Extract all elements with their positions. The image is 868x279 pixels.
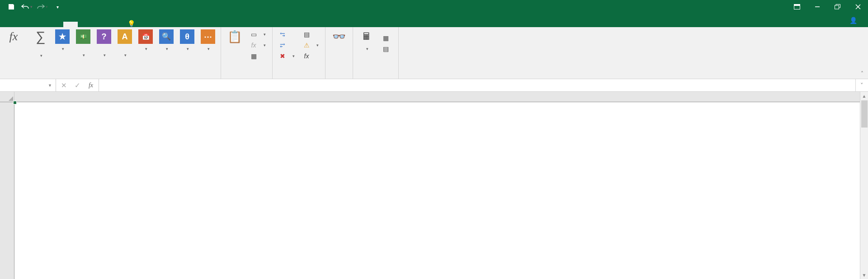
lookup-icon: 🔍	[159, 29, 174, 44]
financial-icon: 💵	[76, 29, 90, 44]
select-all-corner[interactable]	[0, 92, 14, 102]
remove-arrows-icon: ✖	[279, 52, 286, 60]
lookup-reference-button[interactable]: 🔍▾	[156, 28, 176, 52]
logical-icon: ?	[97, 29, 111, 44]
define-name-button[interactable]: ▭▾	[246, 29, 269, 39]
tell-me-search[interactable]: 💡	[121, 20, 138, 27]
ribbon-display-options-icon[interactable]	[787, 0, 807, 14]
more-functions-icon: ⋯	[201, 29, 215, 44]
tab-home[interactable]	[20, 22, 34, 27]
calculation-options-icon: 🖩	[359, 29, 374, 44]
quick-access-toolbar: ▾ ▾ ▾	[0, 0, 64, 13]
collapse-ribbon-icon[interactable]: ˄	[861, 71, 863, 77]
formula-bar: ▼ ✕ ✓ fx ˅	[0, 79, 868, 92]
show-formulas-icon: ▤	[303, 31, 310, 38]
error-checking-icon: ⚠	[303, 42, 310, 49]
date-time-button[interactable]: 📅▾	[136, 28, 156, 52]
qat-customize-icon[interactable]: ▾	[51, 0, 64, 13]
share-icon: 👤	[849, 17, 857, 24]
share-button[interactable]: 👤	[841, 14, 868, 27]
window-controls	[787, 0, 868, 14]
autosum-button[interactable]: ∑▾	[30, 28, 52, 59]
selection-indicator	[14, 102, 16, 104]
vertical-scrollbar[interactable]: ▲ ▼	[860, 92, 868, 279]
save-icon[interactable]	[5, 0, 18, 13]
name-box-dropdown-icon[interactable]: ▼	[48, 83, 52, 88]
logical-button[interactable]: ?▾	[94, 28, 114, 58]
expand-formula-bar-icon[interactable]: ˅	[855, 79, 868, 91]
ribbon-tabs: 💡 👤	[0, 14, 868, 27]
create-from-selection-icon: ▦	[250, 52, 257, 60]
undo-icon[interactable]: ▾	[20, 0, 33, 13]
calculate-now-button[interactable]: ▦	[378, 33, 396, 43]
formula-input[interactable]	[99, 79, 855, 91]
trace-dependents-button[interactable]: ⥂	[275, 40, 298, 50]
row-headers[interactable]	[0, 102, 14, 279]
spreadsheet-grid: ▲ ▼	[0, 92, 868, 279]
tab-page-layout[interactable]	[49, 22, 63, 27]
define-name-icon: ▭	[250, 31, 257, 38]
restore-icon[interactable]	[827, 0, 848, 14]
sigma-icon: ∑	[33, 29, 48, 44]
tab-review[interactable]	[92, 22, 107, 27]
show-formulas-button[interactable]: ▤	[299, 29, 322, 39]
text-button[interactable]: A▾	[115, 28, 135, 58]
date-time-icon: 📅	[138, 29, 153, 44]
calculate-now-icon: ▦	[382, 34, 389, 42]
title-bar: ▾ ▾ ▾	[0, 0, 868, 14]
close-icon[interactable]	[848, 0, 868, 14]
group-calculation-label	[356, 78, 396, 79]
watch-window-button[interactable]: 👓	[328, 28, 350, 46]
cancel-formula-icon[interactable]: ✕	[57, 80, 71, 91]
fx-icon: fx	[6, 29, 21, 44]
minimize-icon[interactable]	[807, 0, 827, 14]
autosum-label: ▾	[39, 46, 42, 59]
create-from-selection-button[interactable]: ▦	[246, 51, 269, 61]
name-manager-icon: 📋	[227, 29, 242, 44]
svg-rect-1	[794, 5, 800, 6]
scroll-up-icon[interactable]: ▲	[860, 92, 868, 100]
star-icon: ★	[55, 29, 70, 44]
trace-precedents-button[interactable]: ⥃	[275, 29, 298, 39]
redo-icon[interactable]: ▾	[35, 0, 49, 13]
insert-function-fx-icon[interactable]: fx	[84, 80, 98, 91]
scroll-down-icon[interactable]: ▼	[860, 271, 868, 279]
name-manager-button[interactable]: 📋	[224, 28, 245, 46]
tab-data[interactable]	[78, 22, 92, 27]
financial-button[interactable]: 💵▾	[73, 28, 93, 58]
scroll-thumb[interactable]	[861, 100, 868, 128]
evaluate-formula-button[interactable]: fx	[299, 51, 322, 61]
calculate-sheet-icon: ▤	[382, 45, 389, 52]
group-function-library-label	[30, 78, 218, 79]
use-in-formula-button[interactable]: fx▾	[246, 40, 269, 50]
group-formula-auditing-label	[275, 78, 322, 79]
tab-formulas[interactable]	[63, 22, 78, 27]
remove-arrows-button[interactable]: ✖▾	[275, 51, 298, 61]
enter-formula-icon[interactable]: ✓	[71, 80, 84, 91]
ribbon: fx ∑▾ ★▾ 💵▾ ?▾ A▾ 📅▾ 🔍▾ θ▾ ⋯▾ 📋 ▭▾ fx▾ ▦	[0, 27, 868, 79]
tab-insert[interactable]	[34, 22, 49, 27]
more-functions-button[interactable]: ⋯▾	[198, 28, 218, 52]
tab-file[interactable]	[5, 22, 20, 27]
tab-view[interactable]	[107, 22, 121, 27]
lightbulb-icon: 💡	[127, 20, 135, 27]
trace-precedents-icon: ⥃	[279, 31, 286, 38]
math-icon: θ	[180, 29, 194, 44]
svg-rect-3	[835, 5, 839, 9]
recently-used-button[interactable]: ★▾	[52, 28, 72, 52]
name-box[interactable]: ▼	[0, 79, 56, 91]
group-defined-names-label	[224, 78, 269, 79]
math-trig-button[interactable]: θ▾	[177, 28, 197, 52]
calculation-options-button[interactable]: 🖩▾	[356, 28, 377, 52]
insert-function-button[interactable]: fx	[3, 28, 24, 46]
watch-window-icon: 👓	[332, 29, 346, 44]
text-icon: A	[118, 29, 132, 44]
calculate-sheet-button[interactable]: ▤	[378, 43, 396, 54]
error-checking-button[interactable]: ⚠▾	[299, 40, 322, 50]
trace-dependents-icon: ⥂	[279, 42, 286, 49]
cell-area[interactable]	[14, 102, 860, 279]
evaluate-formula-icon: fx	[303, 52, 310, 60]
column-headers[interactable]	[14, 92, 860, 102]
use-in-formula-icon: fx	[250, 42, 257, 49]
